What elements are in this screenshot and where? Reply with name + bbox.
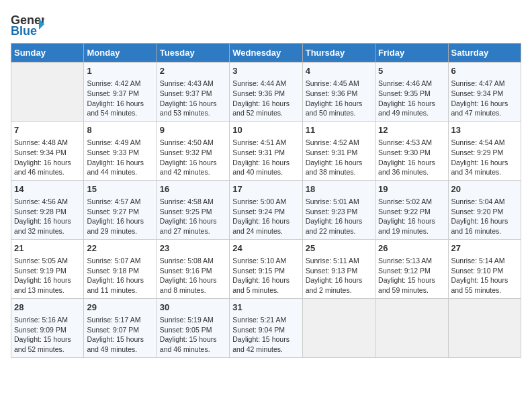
calendar-cell: 13Sunrise: 4:54 AMSunset: 9:29 PMDayligh…	[448, 121, 521, 180]
calendar-cell: 6Sunrise: 4:47 AMSunset: 9:34 PMDaylight…	[448, 62, 521, 122]
calendar-cell	[302, 298, 375, 357]
calendar-cell: 22Sunrise: 5:07 AMSunset: 9:18 PMDayligh…	[84, 239, 157, 298]
calendar-cell: 7Sunrise: 4:48 AMSunset: 9:34 PMDaylight…	[11, 121, 84, 180]
day-content: Sunrise: 4:57 AMSunset: 9:27 PMDaylight:…	[87, 197, 153, 236]
calendar-cell: 24Sunrise: 5:10 AMSunset: 9:15 PMDayligh…	[230, 239, 302, 298]
day-content: Sunrise: 4:50 AMSunset: 9:32 PMDaylight:…	[160, 138, 226, 177]
day-number: 29	[87, 302, 153, 314]
day-content: Sunrise: 4:46 AMSunset: 9:35 PMDaylight:…	[378, 79, 445, 118]
day-content: Sunrise: 5:05 AMSunset: 9:19 PMDaylight:…	[14, 256, 81, 295]
day-content: Sunrise: 4:53 AMSunset: 9:30 PMDaylight:…	[378, 138, 445, 177]
calendar-cell: 10Sunrise: 4:51 AMSunset: 9:31 PMDayligh…	[230, 121, 302, 180]
day-number: 30	[160, 302, 226, 314]
day-content: Sunrise: 5:10 AMSunset: 9:15 PMDaylight:…	[232, 256, 299, 295]
day-number: 11	[306, 124, 372, 136]
day-content: Sunrise: 5:04 AMSunset: 9:20 PMDaylight:…	[451, 197, 518, 236]
calendar-body: 1Sunrise: 4:42 AMSunset: 9:37 PMDaylight…	[11, 62, 521, 358]
calendar-cell: 15Sunrise: 4:57 AMSunset: 9:27 PMDayligh…	[84, 180, 157, 239]
day-content: Sunrise: 4:49 AMSunset: 9:33 PMDaylight:…	[87, 138, 153, 177]
day-number: 13	[451, 124, 518, 136]
day-content: Sunrise: 4:56 AMSunset: 9:28 PMDaylight:…	[14, 197, 81, 236]
calendar-cell: 14Sunrise: 4:56 AMSunset: 9:28 PMDayligh…	[11, 180, 84, 239]
calendar-week-3: 14Sunrise: 4:56 AMSunset: 9:28 PMDayligh…	[11, 180, 521, 239]
calendar-cell	[448, 298, 521, 357]
day-number: 17	[232, 183, 299, 195]
calendar-cell: 5Sunrise: 4:46 AMSunset: 9:35 PMDaylight…	[375, 62, 448, 122]
day-number: 1	[87, 65, 153, 77]
day-number: 21	[14, 242, 81, 255]
day-content: Sunrise: 5:21 AMSunset: 9:04 PMDaylight:…	[232, 315, 299, 355]
day-number: 31	[232, 302, 299, 314]
svg-text:Blue: Blue	[11, 24, 37, 38]
day-number: 9	[160, 124, 226, 136]
calendar-week-2: 7Sunrise: 4:48 AMSunset: 9:34 PMDaylight…	[11, 121, 521, 180]
day-number: 24	[232, 242, 299, 255]
day-number: 3	[232, 65, 299, 77]
day-number: 23	[160, 242, 226, 255]
day-content: Sunrise: 4:58 AMSunset: 9:25 PMDaylight:…	[160, 197, 226, 236]
header-day-friday: Friday	[375, 44, 448, 62]
day-content: Sunrise: 4:42 AMSunset: 9:37 PMDaylight:…	[87, 79, 153, 118]
calendar-cell: 16Sunrise: 4:58 AMSunset: 9:25 PMDayligh…	[157, 180, 229, 239]
day-content: Sunrise: 5:02 AMSunset: 9:22 PMDaylight:…	[378, 197, 445, 236]
calendar-cell: 4Sunrise: 4:45 AMSunset: 9:36 PMDaylight…	[302, 62, 375, 122]
logo: General Blue	[11, 11, 44, 38]
day-content: Sunrise: 4:51 AMSunset: 9:31 PMDaylight:…	[232, 138, 299, 177]
day-number: 5	[378, 65, 445, 77]
day-number: 22	[87, 242, 153, 255]
header-day-tuesday: Tuesday	[157, 44, 229, 62]
calendar-cell	[375, 298, 448, 357]
day-number: 27	[451, 242, 518, 255]
day-content: Sunrise: 5:08 AMSunset: 9:16 PMDaylight:…	[160, 256, 226, 295]
calendar-table: SundayMondayTuesdayWednesdayThursdayFrid…	[11, 43, 521, 358]
day-content: Sunrise: 5:13 AMSunset: 9:12 PMDaylight:…	[378, 256, 445, 295]
day-number: 6	[451, 65, 518, 77]
day-content: Sunrise: 5:11 AMSunset: 9:13 PMDaylight:…	[306, 256, 372, 295]
day-content: Sunrise: 5:16 AMSunset: 9:09 PMDaylight:…	[14, 315, 81, 355]
day-number: 28	[14, 302, 81, 314]
header-day-monday: Monday	[84, 44, 157, 62]
calendar-week-5: 28Sunrise: 5:16 AMSunset: 9:09 PMDayligh…	[11, 298, 521, 357]
day-number: 4	[306, 65, 372, 77]
calendar-cell: 23Sunrise: 5:08 AMSunset: 9:16 PMDayligh…	[157, 239, 229, 298]
calendar-cell: 8Sunrise: 4:49 AMSunset: 9:33 PMDaylight…	[84, 121, 157, 180]
calendar-cell: 21Sunrise: 5:05 AMSunset: 9:19 PMDayligh…	[11, 239, 84, 298]
header-row: SundayMondayTuesdayWednesdayThursdayFrid…	[11, 44, 521, 62]
calendar-week-1: 1Sunrise: 4:42 AMSunset: 9:37 PMDaylight…	[11, 62, 521, 122]
day-content: Sunrise: 5:14 AMSunset: 9:10 PMDaylight:…	[451, 256, 518, 295]
header-day-wednesday: Wednesday	[230, 44, 302, 62]
calendar-cell: 25Sunrise: 5:11 AMSunset: 9:13 PMDayligh…	[302, 239, 375, 298]
logo-icon: General Blue	[11, 11, 44, 38]
day-content: Sunrise: 4:44 AMSunset: 9:36 PMDaylight:…	[232, 79, 299, 118]
day-number: 7	[14, 124, 81, 136]
day-content: Sunrise: 4:48 AMSunset: 9:34 PMDaylight:…	[14, 138, 81, 177]
calendar-cell: 17Sunrise: 5:00 AMSunset: 9:24 PMDayligh…	[230, 180, 302, 239]
day-number: 15	[87, 183, 153, 195]
calendar-cell: 1Sunrise: 4:42 AMSunset: 9:37 PMDaylight…	[84, 62, 157, 122]
header-day-thursday: Thursday	[302, 44, 375, 62]
calendar-cell: 18Sunrise: 5:01 AMSunset: 9:23 PMDayligh…	[302, 180, 375, 239]
calendar-cell: 3Sunrise: 4:44 AMSunset: 9:36 PMDaylight…	[230, 62, 302, 122]
calendar-cell: 20Sunrise: 5:04 AMSunset: 9:20 PMDayligh…	[448, 180, 521, 239]
day-content: Sunrise: 5:07 AMSunset: 9:18 PMDaylight:…	[87, 256, 153, 295]
calendar-week-4: 21Sunrise: 5:05 AMSunset: 9:19 PMDayligh…	[11, 239, 521, 298]
calendar-cell: 27Sunrise: 5:14 AMSunset: 9:10 PMDayligh…	[448, 239, 521, 298]
calendar-cell: 9Sunrise: 4:50 AMSunset: 9:32 PMDaylight…	[157, 121, 229, 180]
day-number: 20	[451, 183, 518, 195]
day-content: Sunrise: 5:00 AMSunset: 9:24 PMDaylight:…	[232, 197, 299, 236]
day-number: 16	[160, 183, 226, 195]
calendar-header: SundayMondayTuesdayWednesdayThursdayFrid…	[11, 44, 521, 62]
calendar-cell: 28Sunrise: 5:16 AMSunset: 9:09 PMDayligh…	[11, 298, 84, 357]
day-number: 26	[378, 242, 445, 255]
day-content: Sunrise: 4:45 AMSunset: 9:36 PMDaylight:…	[306, 79, 372, 118]
day-content: Sunrise: 4:52 AMSunset: 9:31 PMDaylight:…	[306, 138, 372, 177]
calendar-cell: 29Sunrise: 5:17 AMSunset: 9:07 PMDayligh…	[84, 298, 157, 357]
calendar-cell: 31Sunrise: 5:21 AMSunset: 9:04 PMDayligh…	[230, 298, 302, 357]
day-number: 19	[378, 183, 445, 195]
day-number: 12	[378, 124, 445, 136]
header-day-saturday: Saturday	[448, 44, 521, 62]
day-content: Sunrise: 5:01 AMSunset: 9:23 PMDaylight:…	[306, 197, 372, 236]
calendar-cell: 26Sunrise: 5:13 AMSunset: 9:12 PMDayligh…	[375, 239, 448, 298]
day-number: 2	[160, 65, 226, 77]
day-content: Sunrise: 4:47 AMSunset: 9:34 PMDaylight:…	[451, 79, 518, 118]
